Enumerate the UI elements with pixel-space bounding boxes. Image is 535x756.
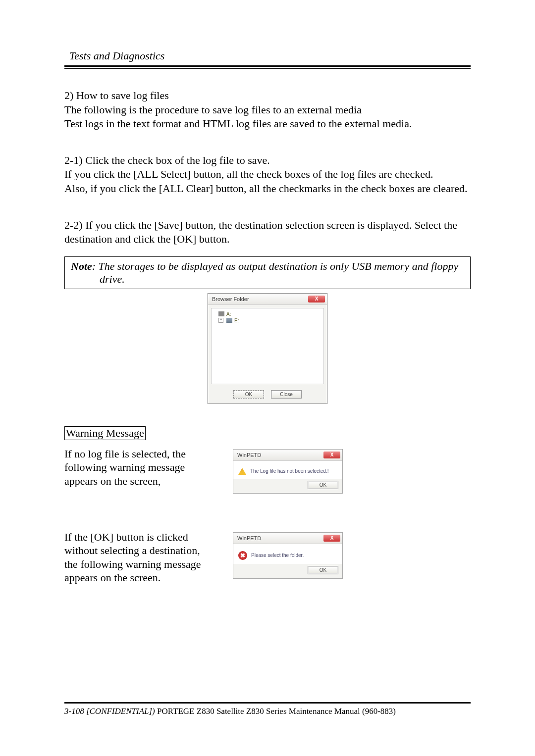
note-text-line2: drive. <box>71 273 464 286</box>
section-2-1-line3: Also, if you click the [ALL Clear] butto… <box>64 182 471 196</box>
error-icon: ✖ <box>238 551 247 560</box>
section-2-line1: The following is the procedure to save l… <box>64 103 471 117</box>
section-2-1-line1: 2-1) Click the check box of the log file… <box>64 153 471 168</box>
dialog-titlebar: Browser Folder X <box>208 294 327 305</box>
msgbox1-title: WinPETD <box>237 452 261 458</box>
drive-e-label[interactable]: E: <box>234 318 239 323</box>
msgbox2-text: Please select the folder. <box>251 553 304 558</box>
page-header-title: Tests and Diagnostics <box>69 50 471 62</box>
note-label: Note <box>71 260 92 272</box>
footer-rest: PORTEGE Z830 Satellite Z830 Series Maint… <box>155 706 396 716</box>
browser-folder-dialog: Browser Folder X A: + E: OK Close <box>208 293 327 404</box>
warning-icon <box>238 468 246 475</box>
ok-button[interactable]: OK <box>233 390 264 399</box>
footer-prefix: 3-108 [CONFIDENTIAL]) <box>64 706 155 716</box>
floppy-icon <box>218 311 224 316</box>
dialog-title: Browser Folder <box>212 296 249 302</box>
close-icon[interactable]: X <box>308 296 325 302</box>
drive-icon <box>226 318 232 323</box>
section-2-heading: 2) How to save log files <box>64 89 471 103</box>
section-2-1: 2-1) Click the check box of the log file… <box>64 153 471 196</box>
folder-tree[interactable]: A: + E: <box>211 308 324 384</box>
warning-message-heading: Warning Message <box>64 426 146 440</box>
ok-button[interactable]: OK <box>308 566 338 574</box>
expand-icon[interactable]: + <box>218 318 223 323</box>
note-box: Note: The storages to be displayed as ou… <box>64 256 471 289</box>
section-2-line2: Test logs in the text format and HTML lo… <box>64 117 471 131</box>
section-2-2: 2-2) If you click the [Save] button, the… <box>64 218 471 247</box>
section-2-2-line1: 2-2) If you click the [Save] button, the… <box>64 218 471 247</box>
close-icon[interactable]: X <box>323 535 340 542</box>
close-button[interactable]: Close <box>271 390 302 399</box>
note-text-line1: : The storages to be displayed as output… <box>92 260 458 272</box>
warning-para-1: If no log file is selected, the followin… <box>64 447 203 488</box>
msgbox1-text: The Log file has not been selected.! <box>250 468 328 474</box>
tree-item-e: + E: <box>218 318 321 323</box>
header-divider <box>64 65 471 69</box>
page-footer: 3-108 [CONFIDENTIAL]) PORTEGE Z830 Satel… <box>64 698 471 716</box>
footer-divider <box>64 702 471 704</box>
close-icon[interactable]: X <box>323 452 340 458</box>
msgbox-select-folder: WinPETD X ✖ Please select the folder. OK <box>233 532 343 579</box>
section-2-1-line2: If you click the [ALL Select] button, al… <box>64 167 471 182</box>
msgbox-log-not-selected: WinPETD X The Log file has not been sele… <box>233 449 343 494</box>
msgbox2-title: WinPETD <box>237 535 261 541</box>
warning-para-2: If the [OK] button is clicked without se… <box>64 530 203 585</box>
section-2: 2) How to save log files The following i… <box>64 89 471 131</box>
drive-a-label[interactable]: A: <box>226 311 231 317</box>
ok-button[interactable]: OK <box>308 481 338 489</box>
tree-item-a: A: <box>218 311 321 317</box>
